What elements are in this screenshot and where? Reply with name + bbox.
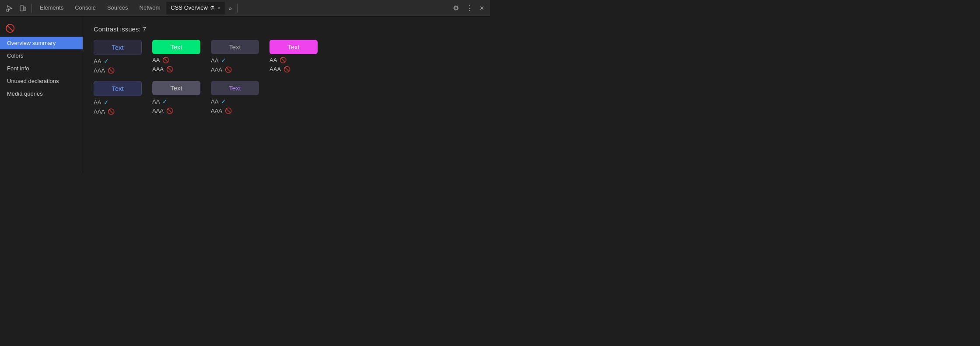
settings-button[interactable]: ⚙ (450, 2, 462, 14)
svg-rect-2 (24, 7, 26, 10)
rating-aaa-6: AAA 🚫 (152, 107, 200, 114)
block-icon-aaa-1: 🚫 (108, 67, 115, 74)
select-element-button[interactable] (4, 3, 16, 14)
rating-aaa-2: AAA 🚫 (152, 66, 200, 73)
rating-aaa-5: AAA 🚫 (94, 108, 142, 115)
check-icon-aa-1: ✓ (104, 58, 109, 65)
contrast-item-3: Text AA ✓ AAA 🚫 (211, 40, 259, 73)
rating-aa-3: AA ✓ (211, 57, 259, 64)
kebab-menu-button[interactable]: ⋮ (463, 2, 476, 14)
contrast-btn-7[interactable]: Text (211, 81, 259, 95)
rating-aa-6: AA ✓ (152, 98, 200, 105)
contrast-item-1: Text AA ✓ AAA 🚫 (94, 40, 142, 74)
block-icon-aa-4: 🚫 (280, 57, 287, 63)
block-icon-aa-2: 🚫 (162, 57, 169, 63)
rating-aa-2: AA 🚫 (152, 57, 200, 63)
rating-aa-7: AA ✓ (211, 98, 259, 105)
rating-aa-4: AA 🚫 (270, 57, 318, 63)
sidebar-no-icon: 🚫 (0, 20, 83, 37)
main-layout: 🚫 Overview summary Colors Font info Unus… (0, 17, 490, 173)
contrast-btn-4[interactable]: Text (270, 40, 318, 54)
contrast-issues-title: Contrast issues: 7 (94, 25, 480, 33)
toolbar-right-actions: ⚙ ⋮ × (450, 2, 486, 14)
css-overview-label: CSS Overview (171, 4, 208, 11)
contrast-btn-5[interactable]: Text (94, 81, 142, 96)
content-area: Contrast issues: 7 Text AA ✓ AAA 🚫 (83, 17, 490, 173)
sidebar-item-colors[interactable]: Colors (0, 49, 83, 62)
sidebar-item-media-queries[interactable]: Media queries (0, 87, 83, 100)
more-tabs-button[interactable]: » (226, 3, 234, 14)
rating-aaa-1: AAA 🚫 (94, 67, 142, 74)
check-icon-aa-7: ✓ (221, 98, 226, 105)
separator-2 (237, 4, 238, 13)
device-toggle-button[interactable] (17, 3, 29, 14)
block-icon-aaa-4-b: 🚫 (284, 66, 290, 73)
svg-rect-1 (20, 6, 24, 11)
contrast-btn-6[interactable]: Text (152, 81, 200, 95)
contrast-row-1: Text AA ✓ AAA 🚫 Text AA 🚫 (94, 40, 480, 74)
contrast-item-4: Text AA 🚫 AAA 🚫 (270, 40, 318, 73)
contrast-btn-3[interactable]: Text (211, 40, 259, 54)
check-icon-aa-5: ✓ (104, 99, 109, 106)
check-icon-aa-3: ✓ (221, 57, 226, 64)
flask-icon: ⚗ (210, 5, 215, 11)
contrast-item-2: Text AA 🚫 AAA 🚫 (152, 40, 200, 73)
tab-network[interactable]: Network (134, 2, 166, 14)
rating-aaa-4: AAA 🚫 (270, 66, 318, 73)
contrast-grid: Text AA ✓ AAA 🚫 Text AA 🚫 (94, 40, 480, 115)
block-icon-aaa-2: 🚫 (166, 66, 173, 73)
tab-css-overview[interactable]: CSS Overview ⚗ × (166, 2, 225, 14)
block-icon-aaa-5: 🚫 (108, 108, 115, 115)
close-devtools-button[interactable]: × (477, 3, 486, 14)
devtools-toolbar: Elements Console Sources Network CSS Ove… (0, 0, 490, 17)
separator-1 (32, 4, 32, 13)
contrast-btn-2[interactable]: Text (152, 40, 200, 54)
rating-aaa-7: AAA 🚫 (211, 107, 259, 114)
tab-sources[interactable]: Sources (102, 2, 133, 14)
rating-aa-1: AA ✓ (94, 58, 142, 65)
sidebar-item-unused-declarations[interactable]: Unused declarations (0, 75, 83, 87)
block-icon-aaa-6: 🚫 (166, 107, 173, 114)
sidebar: 🚫 Overview summary Colors Font info Unus… (0, 17, 83, 173)
rating-aa-5: AA ✓ (94, 99, 142, 106)
block-icon-aaa-3: 🚫 (225, 66, 232, 73)
tab-elements[interactable]: Elements (35, 2, 69, 14)
block-icon-aaa-7: 🚫 (225, 107, 232, 114)
contrast-btn-1[interactable]: Text (94, 40, 142, 55)
contrast-row-2: Text AA ✓ AAA 🚫 Text AA ✓ (94, 81, 480, 115)
sidebar-item-font-info[interactable]: Font info (0, 62, 83, 75)
block-icon: 🚫 (5, 24, 15, 33)
tab-close-icon[interactable]: × (218, 5, 220, 10)
rating-aaa-3: AAA 🚫 (211, 66, 259, 73)
tab-console[interactable]: Console (70, 2, 101, 14)
contrast-item-5: Text AA ✓ AAA 🚫 (94, 81, 142, 115)
check-icon-aa-6: ✓ (162, 98, 168, 105)
contrast-item-6: Text AA ✓ AAA 🚫 (152, 81, 200, 114)
sidebar-item-overview-summary[interactable]: Overview summary (0, 37, 83, 49)
contrast-item-7: Text AA ✓ AAA 🚫 (211, 81, 259, 114)
